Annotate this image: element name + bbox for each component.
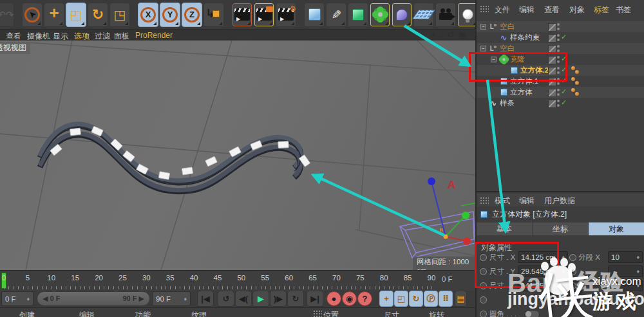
- key-scale-button[interactable]: ◰: [394, 291, 408, 307]
- object-name[interactable]: 样条: [500, 98, 515, 108]
- am-menu-2[interactable]: 编辑: [519, 195, 535, 206]
- phong-tag-icon[interactable]: [571, 88, 580, 96]
- expand-collapse-icon[interactable]: −: [480, 46, 486, 51]
- keyframe-radio-icon[interactable]: [480, 311, 487, 317]
- live-selection-button[interactable]: ➤: [22, 3, 43, 27]
- stepper-icon[interactable]: ♦: [184, 296, 187, 302]
- clone-cube[interactable]: [70, 128, 81, 136]
- mograph-cloner-button[interactable]: [370, 3, 390, 27]
- pan-view-icon[interactable]: +: [431, 30, 436, 39]
- attribute-value-field-2[interactable]: 10♦: [608, 251, 643, 263]
- axis-gizmo[interactable]: II A: [428, 177, 475, 245]
- om-menu-5[interactable]: 标签: [594, 5, 609, 15]
- rotate-view-icon[interactable]: ↺: [448, 30, 455, 39]
- om-menu-6[interactable]: 书签: [616, 5, 631, 15]
- object-name[interactable]: 空白: [500, 22, 515, 32]
- render-view-button[interactable]: [232, 3, 252, 27]
- attribute-value-field-2[interactable]: ♦: [608, 280, 643, 291]
- toggle-view-icon[interactable]: ▣: [459, 30, 466, 39]
- spline-pen-button[interactable]: ✎: [326, 3, 346, 27]
- layer-square-icon[interactable]: [548, 23, 556, 32]
- play-loop-button[interactable]: ↻: [287, 291, 304, 307]
- coordinate-system-button[interactable]: ↳: [204, 3, 224, 27]
- layer-square-icon[interactable]: [548, 89, 556, 97]
- attribute-value-field-2[interactable]: ♦: [608, 266, 643, 277]
- om-menu-2[interactable]: 编辑: [519, 5, 535, 15]
- subdivision-surface-button[interactable]: [348, 3, 368, 27]
- tree-row[interactable]: ∿样条约束✓: [477, 32, 644, 43]
- phong-tag-icon[interactable]: [571, 77, 580, 86]
- lock-z-axis-button[interactable]: Z: [182, 3, 202, 27]
- stepper-icon[interactable]: ♦: [562, 254, 565, 260]
- material-menu-2[interactable]: 编辑: [79, 310, 95, 317]
- enabled-check-icon[interactable]: ✓: [561, 33, 567, 41]
- frame-range-slider[interactable]: ◀ 0 F90 F ▶: [37, 291, 150, 306]
- autokey-button[interactable]: ◉: [342, 291, 357, 306]
- keyframe-radio-icon[interactable]: [480, 296, 487, 303]
- lock-y-axis-button[interactable]: Y: [160, 3, 180, 27]
- enabled-check-icon[interactable]: ✓: [561, 87, 567, 96]
- key-rotation-button[interactable]: ↻: [409, 291, 423, 307]
- scale-tool-button[interactable]: ◰: [66, 3, 86, 27]
- phong-tag-icon[interactable]: [571, 66, 580, 75]
- floor-button[interactable]: [413, 3, 434, 27]
- stepper-icon[interactable]: ♦: [636, 254, 639, 260]
- keyframe-help-button[interactable]: ?: [357, 291, 372, 306]
- play-reverse-button[interactable]: ↺: [218, 291, 234, 307]
- visibility-dots-icon[interactable]: [557, 100, 560, 107]
- lock-x-axis-button[interactable]: X: [138, 3, 158, 27]
- stepper-icon[interactable]: ♦: [636, 282, 639, 289]
- panel-grip-icon[interactable]: [313, 310, 322, 317]
- tree-row[interactable]: 立方体✓: [477, 87, 644, 98]
- keyframe-radio-icon[interactable]: [569, 254, 576, 261]
- start-frame-field[interactable]: 0 F♦: [1, 291, 33, 306]
- tree-row[interactable]: −L⁰空白: [477, 21, 644, 32]
- om-menu-1[interactable]: 文件: [495, 5, 510, 15]
- view-label[interactable]: 透视视图: [0, 42, 30, 54]
- previous-key-button[interactable]: ◀(: [235, 291, 252, 307]
- next-key-button[interactable]: )▶: [270, 291, 287, 307]
- keyframe-selection-button[interactable]: ▤: [455, 291, 467, 307]
- om-menu-4[interactable]: 对象: [569, 5, 585, 15]
- key-position-button[interactable]: +: [379, 291, 393, 307]
- object-name[interactable]: 立方体: [510, 87, 533, 97]
- material-menu-4[interactable]: 纹理: [191, 310, 207, 317]
- om-menu-3[interactable]: 查看: [544, 5, 560, 15]
- stepper-icon[interactable]: ♦: [562, 282, 565, 289]
- rotate-tool-button[interactable]: ↻: [88, 3, 108, 27]
- keyframe-radio-icon[interactable]: [569, 282, 576, 289]
- layer-square-icon[interactable]: [548, 34, 556, 42]
- key-parameter-button[interactable]: Ⓟ: [424, 291, 438, 307]
- clone-cube[interactable]: [182, 167, 193, 175]
- viewport-3d[interactable]: II A 透视视图 网格间距 : 1000 cm: [0, 41, 475, 270]
- expand-collapse-icon[interactable]: −: [480, 24, 486, 30]
- round-toggle[interactable]: [524, 310, 540, 317]
- tab-基本[interactable]: 基本: [477, 222, 532, 235]
- visibility-dots-icon[interactable]: [557, 23, 560, 30]
- visibility-dots-icon[interactable]: [557, 89, 560, 96]
- tab-坐标[interactable]: 坐标: [533, 222, 588, 235]
- deformer-button[interactable]: [392, 3, 412, 27]
- play-button[interactable]: ▶: [252, 291, 269, 307]
- camera-button[interactable]: [435, 3, 456, 27]
- dolly-view-icon[interactable]: ↕: [439, 30, 444, 39]
- add-cube-button[interactable]: [304, 3, 325, 27]
- material-menu-1[interactable]: 创建: [19, 310, 35, 317]
- undo-redo-icon[interactable]: ↶↷: [0, 3, 14, 27]
- timeline-ruler[interactable]: 0 F 051015202530354045505560657075808590: [0, 270, 475, 291]
- keyframe-radio-icon[interactable]: [569, 268, 576, 275]
- visibility-dots-icon[interactable]: [557, 45, 560, 52]
- tree-row[interactable]: ∿样条✓: [477, 98, 644, 109]
- record-keyframe-button[interactable]: ●: [327, 291, 341, 306]
- panel-grip-icon[interactable]: [480, 197, 489, 204]
- object-name[interactable]: 样条约束: [510, 33, 540, 42]
- render-settings-button[interactable]: ⚙: [276, 3, 296, 27]
- stepper-icon[interactable]: ♦: [26, 296, 30, 302]
- tab-对象[interactable]: 对象: [589, 222, 644, 235]
- material-menu-3[interactable]: 功能: [135, 310, 151, 317]
- last-used-tool-button[interactable]: ◳: [109, 3, 130, 27]
- stepper-icon[interactable]: ♦: [636, 268, 639, 275]
- move-tool-button[interactable]: +: [44, 3, 64, 27]
- stepper-icon[interactable]: ♦: [562, 268, 565, 275]
- clone-cube[interactable]: [278, 141, 289, 149]
